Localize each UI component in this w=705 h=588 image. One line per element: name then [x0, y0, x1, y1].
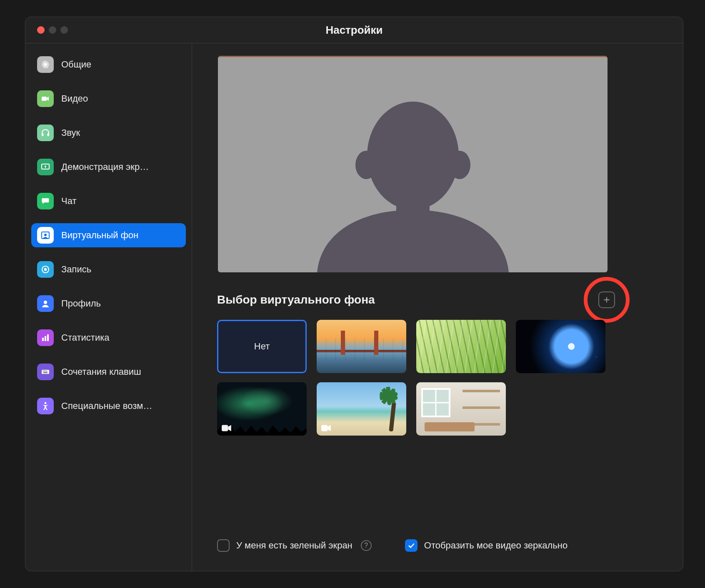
svg-rect-18	[43, 372, 48, 373]
svg-rect-14	[43, 371, 44, 371]
window-minimize-button[interactable]	[49, 26, 56, 34]
svg-point-21	[355, 151, 377, 179]
svg-rect-24	[222, 425, 228, 431]
green-screen-option[interactable]: У меня есть зеленый экран ?	[217, 539, 372, 552]
sidebar-item-label: Статистика	[61, 332, 110, 343]
sidebar-item-vbg[interactable]: Виртуальный фон	[31, 223, 186, 247]
section-title: Выбор виртуального фона	[217, 293, 375, 306]
settings-window: Настройки ОбщиеВидеоЗвукДемонстрация экр…	[25, 17, 683, 571]
svg-point-22	[449, 151, 470, 179]
virtual-bg-icon	[37, 227, 54, 244]
svg-rect-2	[42, 133, 44, 136]
svg-rect-25	[321, 425, 328, 431]
background-thumbnail	[516, 320, 605, 373]
background-thumbnail	[317, 320, 406, 373]
window-zoom-button[interactable]	[60, 26, 68, 34]
sidebar-item-label: Виртуальный фон	[61, 230, 138, 241]
sidebar-item-label: Звук	[61, 127, 80, 138]
mirror-option[interactable]: Отобразить мое видео зеркально	[405, 539, 568, 552]
background-grid: Нет	[217, 320, 658, 436]
background-option-bridge[interactable]	[317, 320, 406, 373]
headphones-icon	[37, 125, 54, 141]
sidebar-item-label: Сочетания клавиш	[61, 366, 141, 377]
video-icon	[221, 424, 232, 432]
none-label: Нет	[254, 341, 270, 352]
svg-rect-16	[45, 371, 46, 371]
background-thumbnail	[416, 320, 506, 373]
svg-rect-17	[47, 371, 48, 371]
gear-icon	[37, 56, 54, 73]
sidebar-item-share[interactable]: Демонстрация экр…	[31, 155, 186, 179]
sidebar-item-label: Общие	[61, 59, 91, 70]
add-background-button[interactable]	[598, 292, 615, 308]
svg-rect-10	[42, 338, 44, 341]
sidebar-item-recording[interactable]: Запись	[31, 257, 186, 282]
settings-content: Выбор виртуального фона Нет У меня есть …	[192, 43, 683, 571]
sidebar-item-label: Запись	[61, 264, 91, 275]
svg-point-19	[45, 402, 47, 404]
svg-rect-11	[45, 336, 46, 341]
mirror-checkbox[interactable]	[405, 539, 418, 552]
avatar-silhouette	[296, 93, 530, 272]
screen-share-icon	[37, 159, 54, 175]
video-preview	[218, 56, 608, 272]
window-controls	[37, 26, 68, 34]
window-close-button[interactable]	[37, 26, 45, 34]
svg-point-20	[367, 102, 459, 210]
sidebar-item-accessibility[interactable]: Специальные возм…	[31, 394, 186, 418]
options-row: У меня есть зеленый экран ? Отобразить м…	[217, 539, 568, 552]
sidebar-item-profile[interactable]: Профиль	[31, 292, 186, 316]
mirror-label: Отобразить мое видео зеркально	[424, 540, 568, 551]
sidebar-item-label: Специальные возм…	[61, 401, 152, 411]
background-thumbnail	[416, 382, 506, 436]
record-icon	[37, 261, 54, 278]
svg-point-9	[44, 301, 47, 304]
background-option-earth[interactable]	[516, 320, 605, 373]
sidebar-item-video[interactable]: Видео	[31, 87, 186, 111]
svg-rect-23	[396, 197, 430, 222]
svg-point-6	[44, 234, 47, 236]
keyboard-icon	[37, 364, 54, 380]
background-option-beach[interactable]	[317, 382, 406, 436]
sidebar-item-chat[interactable]: Чат	[31, 189, 186, 213]
sidebar-item-label: Чат	[61, 196, 77, 207]
sidebar-item-label: Профиль	[61, 298, 101, 309]
settings-sidebar: ОбщиеВидеоЗвукДемонстрация экр…ЧатВиртуа…	[25, 43, 192, 571]
plus-icon	[602, 296, 611, 304]
green-screen-checkbox[interactable]	[217, 539, 230, 552]
sidebar-item-audio[interactable]: Звук	[31, 121, 186, 145]
svg-rect-12	[47, 334, 49, 341]
svg-rect-15	[44, 371, 45, 371]
window-title: Настройки	[325, 24, 382, 37]
stats-icon	[37, 329, 54, 346]
video-icon	[37, 90, 54, 107]
accessibility-icon	[37, 398, 54, 414]
svg-rect-1	[42, 97, 47, 101]
chat-icon	[37, 193, 54, 209]
sidebar-item-shortcuts[interactable]: Сочетания клавиш	[31, 360, 186, 384]
sidebar-item-general[interactable]: Общие	[31, 52, 186, 77]
svg-rect-13	[42, 370, 49, 374]
svg-point-8	[44, 268, 47, 271]
sidebar-item-label: Демонстрация экр…	[61, 162, 149, 172]
background-option-aurora[interactable]	[217, 382, 307, 436]
profile-icon	[37, 295, 54, 312]
help-icon[interactable]: ?	[361, 540, 372, 551]
background-option-room[interactable]	[416, 382, 506, 436]
green-screen-label: У меня есть зеленый экран	[236, 540, 352, 551]
background-option-none[interactable]: Нет	[217, 320, 307, 373]
sidebar-item-stats[interactable]: Статистика	[31, 326, 186, 350]
sidebar-item-label: Видео	[61, 93, 88, 104]
titlebar: Настройки	[25, 17, 683, 43]
video-icon	[321, 424, 332, 432]
svg-rect-3	[48, 133, 50, 136]
background-option-grass[interactable]	[416, 320, 506, 373]
